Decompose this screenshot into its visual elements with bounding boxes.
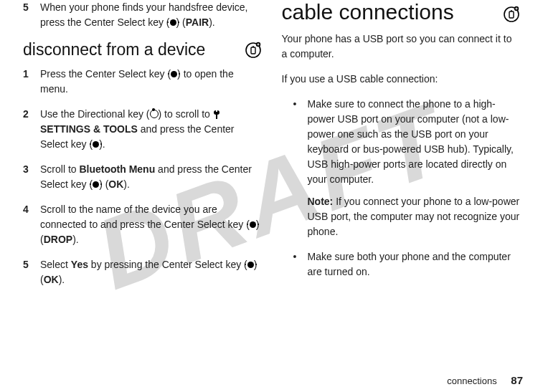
- softkey-drop: DROP: [44, 234, 72, 245]
- step-body: Scroll to the name of the device you are…: [40, 202, 262, 247]
- text: Press the Center Select key (: [40, 68, 171, 80]
- bullet-2: • Make sure both your phone and the comp…: [293, 249, 521, 279]
- svg-rect-8: [509, 11, 514, 18]
- disconnect-step-2: 2 Use the Directional key () to scroll t…: [23, 107, 262, 152]
- right-column: cable connections Your phone has a USB p…: [272, 0, 531, 392]
- heading-cable-connections: cable connections: [282, 0, 521, 24]
- text: ) to scroll to: [159, 108, 213, 120]
- disconnect-step-1: 1 Press the Center Select key () to open…: [23, 67, 262, 97]
- menu-bluetooth: Bluetooth Menu: [79, 163, 155, 175]
- step-body: Use the Directional key () to scroll to …: [40, 107, 262, 152]
- softkey-ok: OK: [44, 274, 59, 285]
- text: Use the Directional key (: [40, 108, 150, 120]
- left-column: 5 When your phone finds your handsfree d…: [13, 0, 272, 392]
- step-number: 5: [23, 257, 40, 287]
- text: ).: [72, 234, 79, 245]
- step-body: Select Yes by pressing the Center Select…: [40, 257, 262, 287]
- text: Select: [40, 259, 71, 270]
- feature-badge-icon: [245, 42, 262, 59]
- bullet-body: Make sure both your phone and the comput…: [308, 249, 521, 279]
- menu-settings-tools: SETTINGS & TOOLS: [40, 123, 138, 135]
- center-select-icon: [247, 262, 254, 268]
- bullet-body: Make sure to connect the phone to a high…: [308, 97, 521, 239]
- feature-badge-icon: [503, 4, 520, 21]
- text: Make sure to connect the phone to a high…: [308, 98, 514, 185]
- heading-disconnect: disconnect from a device: [23, 40, 262, 59]
- center-select-icon: [93, 181, 99, 188]
- center-select-icon: [93, 141, 99, 148]
- pair-step-5: 5 When your phone finds your handsfree d…: [23, 0, 262, 30]
- step-body: Scroll to Bluetooth Menu and press the C…: [40, 162, 262, 192]
- heading-text: disconnect from a device: [23, 40, 205, 59]
- disconnect-step-3: 3 Scroll to Bluetooth Menu and press the…: [23, 162, 262, 192]
- text: When your phone finds your handsfree dev…: [40, 1, 248, 28]
- step-body: Press the Center Select key () to open t…: [40, 67, 262, 97]
- step-number: 2: [23, 107, 40, 152]
- option-yes: Yes: [71, 259, 88, 270]
- step-body: When your phone finds your handsfree dev…: [40, 0, 262, 30]
- note-text: If you connect your phone to a low-power…: [308, 196, 520, 237]
- step-number: 4: [23, 202, 40, 247]
- text: Scroll to: [40, 163, 79, 175]
- intro-para-2: If you use a USB cable connection:: [282, 72, 521, 87]
- svg-rect-1: [251, 47, 255, 54]
- intro-para-1: Your phone has a USB port so you can con…: [282, 32, 521, 62]
- step-number: 3: [23, 162, 40, 192]
- heading-text: cable connections: [282, 0, 454, 24]
- text: ).: [123, 178, 130, 190]
- directional-key-icon: [150, 110, 159, 118]
- note-block: Note: If you connect your phone to a low…: [308, 194, 521, 239]
- step-number: 1: [23, 67, 40, 97]
- page-content: 5 When your phone finds your handsfree d…: [0, 0, 543, 392]
- step-number: 5: [23, 0, 40, 30]
- text: ).: [59, 274, 65, 285]
- center-select-icon: [171, 71, 177, 77]
- text: ).: [209, 16, 215, 28]
- disconnect-step-4: 4 Scroll to the name of the device you a…: [23, 202, 262, 247]
- softkey-pair: PAIR: [186, 16, 209, 28]
- note-label: Note:: [308, 196, 334, 207]
- settings-tools-icon: [213, 109, 222, 119]
- bullet-marker: •: [293, 97, 308, 239]
- center-select-icon: [170, 19, 176, 26]
- text: by pressing the Center Select key (: [88, 259, 247, 270]
- bullet-1: • Make sure to connect the phone to a hi…: [293, 97, 521, 239]
- disconnect-step-5: 5 Select Yes by pressing the Center Sele…: [23, 257, 262, 287]
- center-select-icon: [250, 221, 256, 228]
- text: Scroll to the name of the device you are…: [40, 204, 250, 230]
- bullet-marker: •: [293, 249, 308, 279]
- softkey-ok: OK: [108, 178, 123, 190]
